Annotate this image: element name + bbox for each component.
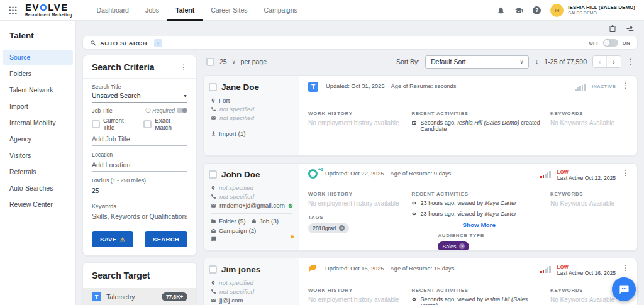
toggle-on-label: ON [622,40,630,46]
candidate-checkbox[interactable] [209,265,217,274]
nav-campaigns[interactable]: Campaigns [256,0,306,21]
age-of-resume: Age of Resume: 15 days [391,265,455,272]
save-button[interactable]: SAVE ⚠ [92,231,133,247]
updated-date: Updated: Oct 22, 2025 [325,170,384,177]
sidebar-item-talent-network[interactable]: Talent Network [3,82,73,97]
candidate-menu-icon[interactable]: ⋮ [622,169,630,177]
updated-date: Updated: Oct 31, 2025 [326,83,385,89]
checkbox-icon[interactable] [92,120,100,128]
auto-search-toggle[interactable] [603,39,618,47]
exact-match-label: Exact Match [155,117,187,131]
candidate-checkbox[interactable] [209,83,217,91]
nav-talent[interactable]: Talent [167,0,203,21]
learning-graduation-cap-icon[interactable] [514,6,523,14]
activity-actor: Maya Carter [485,200,517,206]
campaign-link[interactable]: Campaign (2) [211,227,292,234]
remove-tag-icon[interactable]: × [339,225,345,231]
nav-dashboard[interactable]: Dashboard [89,0,137,21]
candidate-checkbox[interactable] [209,170,217,179]
show-more-link[interactable]: Show More [411,221,547,228]
avatar: IH [550,4,564,17]
logo-text: LVE [48,2,69,13]
sidebar-item-review-center[interactable]: Review Center [3,197,73,212]
work-history-label: WORK HISTORY [308,111,408,116]
candidate-name[interactable]: Jim jones [221,265,260,274]
sidebar-item-internal-mobility[interactable]: Internal Mobility [3,115,73,130]
folder-link[interactable]: Folder (5) [211,218,245,225]
audience-type-label: AUDIENCE TYPE [438,233,547,238]
candidate-menu-icon[interactable]: ⋮ [622,82,630,89]
activity-item: Seconds ago, Ieshia Hill (Sales Demo) cr… [411,119,547,132]
chevron-down-icon[interactable]: ∨ [232,59,236,65]
chat-status-icon[interactable] [211,236,292,242]
keywords-label: KEYWORDS [550,111,637,116]
import-link[interactable]: Import (1) [211,130,292,137]
sidebar-item-auto-searches[interactable]: Auto-Searches [3,180,73,196]
sort-select[interactable]: Default Sort ∨ [425,55,529,69]
target-talemetry-row[interactable]: T Talemetry 77.6K+ [83,288,196,305]
app-grid-icon[interactable] [9,6,17,14]
evolve-logo[interactable]: EVOLVE Recruitment Marketing [25,3,72,17]
recent-activities-label: RECENT ACTIVITIES [411,191,547,197]
prev-page-button[interactable]: ‹ [593,56,607,67]
candidate-location: not specified [219,184,253,191]
sort-by-label: Sort By: [396,58,419,65]
caret-down-icon: ▼ [183,94,187,98]
exact-match-checkbox[interactable]: Exact Match [143,117,187,131]
candidate-name[interactable]: Jane Doe [221,82,259,92]
id-badge-icon [411,120,417,126]
sort-direction-icon[interactable]: ↓ [535,57,538,66]
job-title-label: Job Title [92,108,113,114]
job-link[interactable]: Job (3) [251,218,279,225]
search-title-select[interactable]: Unsaved Search ▼ [92,90,187,103]
keywords-input[interactable] [92,209,187,223]
select-all-checkbox[interactable] [206,58,214,66]
work-history-label: WORK HISTORY [308,191,408,197]
per-page-value[interactable]: 25 [219,58,227,65]
chevron-down-icon: ∨ [519,59,523,65]
results-menu-icon[interactable]: ⋮ [627,58,635,65]
verified-check-icon [288,203,293,208]
search-button[interactable]: SEARCH [145,231,187,247]
nav-career-sites[interactable]: Career Sites [203,0,255,21]
user-menu[interactable]: IH IESHIA HILL (SALES DEMO) SALES DEMO [550,4,635,17]
sidebar-item-import[interactable]: Import [3,99,73,114]
pagination: ‹ › [592,55,621,68]
radius-input[interactable] [92,184,187,197]
candidate-menu-icon[interactable]: ⋮ [622,264,630,272]
help-icon[interactable]: ? [533,6,541,14]
sidebar-item-folders[interactable]: Folders [3,66,73,81]
candidate-email[interactable]: jj@j.com [219,297,243,304]
logo-text: EV [25,2,40,13]
activity-status: LOW [557,169,616,175]
search-label: SEARCH [153,236,179,243]
add-candidate-icon[interactable] [626,25,635,33]
sidebar-item-agency[interactable]: Agency [3,131,73,147]
notifications-bell-icon[interactable] [497,6,505,14]
candidate-email[interactable]: rmdemo+jd@gmail.com [219,202,285,209]
checkbox-icon[interactable] [143,120,152,128]
current-title-checkbox[interactable]: Current Title [92,117,135,131]
location-input[interactable] [92,158,187,172]
work-history-empty: No employment history available [308,119,408,126]
sidebar-item-source[interactable]: Source [3,50,73,65]
job-title-input[interactable] [92,132,187,146]
search-target-card: Search Target T Talemetry 77.6K+ [82,262,197,305]
remove-audience-icon[interactable]: × [459,243,465,249]
clipboard-icon[interactable] [609,25,616,33]
signal-bars-icon [540,264,551,273]
sidebar-item-referrals[interactable]: Referrals [3,164,73,179]
phone-icon [211,106,216,112]
next-page-button[interactable]: › [607,56,621,67]
sidebar: Talent Source Folders Talent Network Imp… [0,21,76,305]
activity-actor: Ieshia Hill (Sales Demo) [457,119,519,126]
candidate-name[interactable]: John Doe [221,170,260,179]
sidebar-item-visitors[interactable]: Visitors [3,148,73,163]
search-criteria-menu-icon[interactable]: ⋮ [180,64,187,71]
phone-icon [211,194,216,199]
required-toggle[interactable] [177,108,187,113]
chat-fab-button[interactable] [612,277,636,301]
nav-jobs[interactable]: Jobs [137,0,167,21]
import-icon [211,131,216,136]
main-nav: Dashboard Jobs Talent Career Sites Campa… [89,0,306,21]
